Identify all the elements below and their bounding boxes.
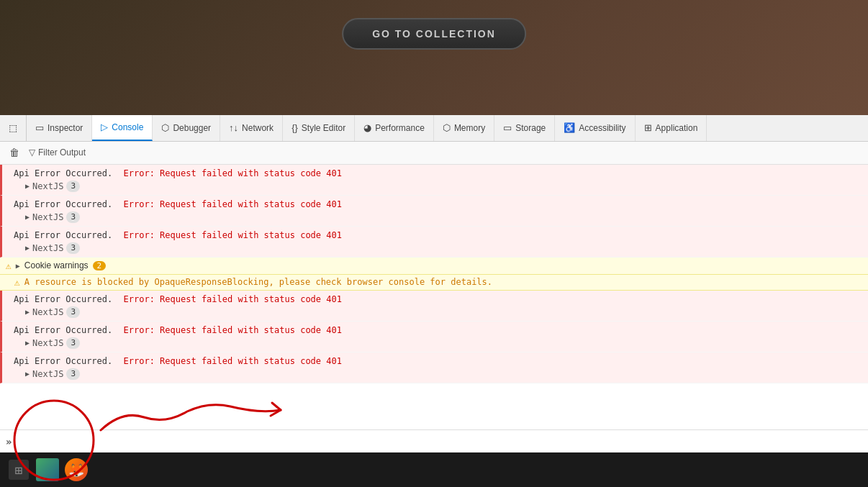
tab-network[interactable]: ↑↓ Network bbox=[220, 115, 283, 141]
accessibility-icon: ♿ bbox=[564, 122, 575, 133]
table-row: Api Error Occurred. Error: Request faile… bbox=[0, 322, 868, 352]
taskbar-icon-windows[interactable]: ⊞ bbox=[6, 457, 32, 483]
filter-output-container[interactable]: ▽ Filter Output bbox=[29, 147, 86, 158]
blocked-resource-row: ⚠ A resource is blocked by OpaqueRespons… bbox=[0, 275, 868, 291]
console-toolbar: 🗑 ▽ Filter Output bbox=[0, 142, 868, 165]
network-icon: ↑↓ bbox=[229, 122, 238, 133]
tab-console[interactable]: ▷ Console bbox=[92, 115, 153, 141]
expand-icon[interactable]: ▶ bbox=[25, 368, 30, 379]
table-row: Api Error Occurred. Error: Request faile… bbox=[0, 196, 868, 227]
table-row: Api Error Occurred. Error: Request faile… bbox=[0, 165, 868, 196]
devtools-toolbar: ⬚ ▭ Inspector ▷ Console ⬡ Debugger ↑↓ Ne… bbox=[0, 115, 868, 142]
inspector-icon: ▭ bbox=[35, 122, 44, 133]
console-output[interactable]: Api Error Occurred. Error: Request faile… bbox=[0, 165, 868, 429]
style-editor-icon: {} bbox=[291, 122, 298, 133]
tab-debugger[interactable]: ⬡ Debugger bbox=[153, 115, 220, 141]
cookie-warnings-row[interactable]: ⚠ ▶ Cookie warnings 2 bbox=[0, 258, 868, 275]
browser-content-area: GO TO COLLECTION bbox=[0, 0, 868, 115]
tab-accessibility[interactable]: ♿ Accessibility bbox=[555, 115, 635, 141]
warning-icon: ⚠ bbox=[6, 260, 12, 271]
filter-icon: ▽ bbox=[29, 147, 35, 158]
warning-icon-2: ⚠ bbox=[14, 277, 20, 288]
tab-storage[interactable]: ▭ Storage bbox=[494, 115, 555, 141]
tab-style-editor[interactable]: {} Style Editor bbox=[283, 115, 355, 141]
expand-cookie-icon[interactable]: ▶ bbox=[16, 262, 20, 270]
table-row: Api Error Occurred. Error: Request faile… bbox=[0, 291, 868, 322]
tab-memory[interactable]: ⬡ Memory bbox=[434, 115, 494, 141]
expand-icon[interactable]: ▶ bbox=[25, 306, 30, 317]
clear-console-button[interactable]: 🗑 bbox=[6, 144, 23, 161]
console-prompt-icon: » bbox=[6, 436, 12, 447]
memory-icon: ⬡ bbox=[443, 122, 451, 133]
taskbar-icon-photo[interactable] bbox=[35, 457, 60, 483]
performance-icon: ◕ bbox=[363, 122, 371, 133]
table-row: Api Error Occurred. Error: Request faile… bbox=[0, 352, 868, 383]
application-icon: ⊞ bbox=[644, 122, 652, 133]
devtools-panel: ⬚ ▭ Inspector ▷ Console ⬡ Debugger ↑↓ Ne… bbox=[0, 115, 868, 452]
expand-icon[interactable]: ▶ bbox=[25, 242, 30, 253]
go-to-collection-button[interactable]: GO TO COLLECTION bbox=[342, 18, 526, 50]
console-icon: ▷ bbox=[101, 122, 108, 132]
filter-output-label: Filter Output bbox=[38, 147, 86, 158]
taskbar-icon-firefox[interactable]: 🦊 bbox=[63, 457, 89, 483]
console-input-area[interactable]: » bbox=[0, 429, 868, 452]
table-row: Api Error Occurred. Error: Request faile… bbox=[0, 227, 868, 258]
expand-icon[interactable]: ▶ bbox=[25, 211, 30, 222]
tab-performance[interactable]: ◕ Performance bbox=[355, 115, 434, 141]
cookie-warnings-badge: 2 bbox=[93, 261, 107, 270]
blocked-resource-text: A resource is blocked by OpaqueResponseB… bbox=[24, 277, 492, 287]
cookie-warnings-label: Cookie warnings bbox=[24, 260, 89, 270]
console-input[interactable] bbox=[16, 437, 862, 447]
expand-icon[interactable]: ▶ bbox=[25, 337, 30, 348]
tab-inspector[interactable]: ▭ Inspector bbox=[27, 115, 92, 141]
taskbar: ⊞ 🦊 bbox=[0, 452, 868, 487]
expand-icon[interactable]: ▶ bbox=[25, 181, 30, 191]
storage-icon: ▭ bbox=[503, 122, 512, 133]
devtools-tabs: ▭ Inspector ▷ Console ⬡ Debugger ↑↓ Netw… bbox=[27, 115, 868, 141]
tab-application[interactable]: ⊞ Application bbox=[636, 115, 707, 141]
debugger-icon: ⬡ bbox=[161, 122, 169, 133]
pick-element-icon[interactable]: ⬚ bbox=[6, 121, 20, 135]
